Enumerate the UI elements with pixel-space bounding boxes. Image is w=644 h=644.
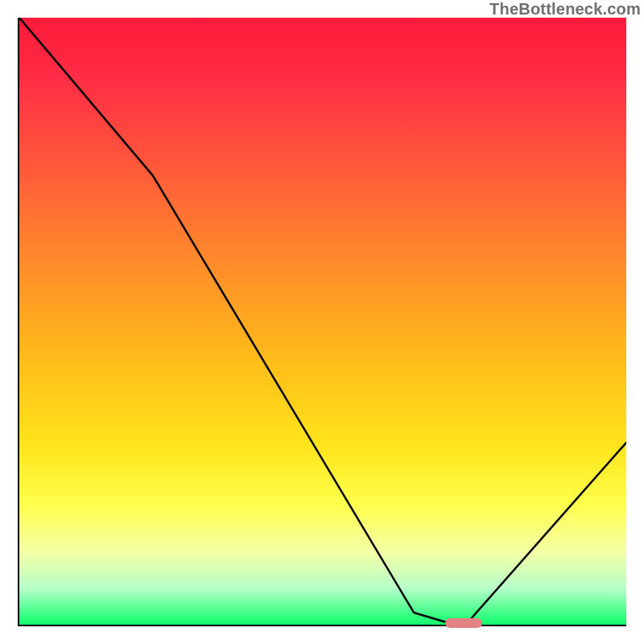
watermark-text: TheBottleneck.com: [489, 0, 641, 19]
optimal-range-marker: [445, 618, 481, 628]
bottleneck-chart: TheBottleneck.com: [0, 0, 644, 644]
plot-area: [18, 18, 626, 626]
gradient-background: [19, 18, 626, 625]
